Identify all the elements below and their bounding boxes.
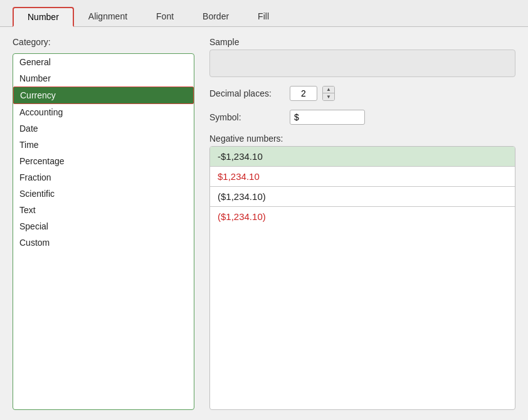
sample-label: Sample [209, 37, 515, 47]
decimal-places-stepper: ▲ ▼ [322, 86, 335, 101]
decimal-places-row: Decimal places: ▲ ▼ [209, 86, 515, 101]
decimal-places-decrement[interactable]: ▼ [323, 93, 334, 100]
category-item-fraction[interactable]: Fraction [13, 169, 194, 186]
decimal-places-label: Decimal places: [209, 88, 285, 98]
negative-item-3[interactable]: ($1,234.10) [210, 187, 515, 206]
category-item-general[interactable]: General [13, 54, 194, 70]
negative-numbers-list: -$1,234.10 $1,234.10 ($1,234.10) ($1,234… [209, 146, 515, 410]
category-label: Category: [13, 37, 194, 47]
tab-alignment[interactable]: Alignment [74, 7, 142, 27]
category-item-accounting[interactable]: Accounting [13, 104, 194, 120]
sample-section: Sample [209, 37, 515, 77]
symbol-row: Symbol: [209, 110, 515, 125]
left-panel: Category: General Number Currency Accoun… [13, 37, 194, 410]
tab-number[interactable]: Number [13, 7, 74, 27]
decimal-places-increment[interactable]: ▲ [323, 87, 334, 93]
decimal-places-input[interactable] [290, 86, 317, 101]
symbol-input[interactable] [290, 110, 365, 125]
category-item-special[interactable]: Special [13, 218, 194, 234]
symbol-label: Symbol: [209, 112, 285, 122]
negative-item-1[interactable]: -$1,234.10 [210, 147, 515, 166]
category-item-custom[interactable]: Custom [13, 234, 194, 251]
tab-fill[interactable]: Fill [243, 7, 283, 27]
tab-font[interactable]: Font [142, 7, 188, 27]
category-list: General Number Currency Accounting Date … [13, 53, 194, 410]
right-panel: Sample Decimal places: ▲ ▼ Symbol: Negat… [209, 37, 515, 410]
format-cells-dialog: Number Alignment Font Border Fill Catego… [0, 0, 528, 420]
negative-numbers-label: Negative numbers: [209, 134, 515, 144]
tab-border[interactable]: Border [188, 7, 243, 27]
sample-box [209, 50, 515, 77]
category-item-percentage[interactable]: Percentage [13, 153, 194, 169]
negative-item-4[interactable]: ($1,234.10) [210, 207, 515, 226]
negative-item-2[interactable]: $1,234.10 [210, 167, 515, 186]
category-item-currency[interactable]: Currency [13, 87, 194, 104]
category-item-number[interactable]: Number [13, 70, 194, 87]
category-item-text[interactable]: Text [13, 202, 194, 218]
tab-bar: Number Alignment Font Border Fill [0, 0, 528, 27]
category-item-scientific[interactable]: Scientific [13, 186, 194, 202]
category-item-time[interactable]: Time [13, 137, 194, 153]
category-item-date[interactable]: Date [13, 120, 194, 137]
negative-numbers-section: Negative numbers: -$1,234.10 $1,234.10 (… [209, 134, 515, 410]
main-content: Category: General Number Currency Accoun… [0, 27, 528, 420]
